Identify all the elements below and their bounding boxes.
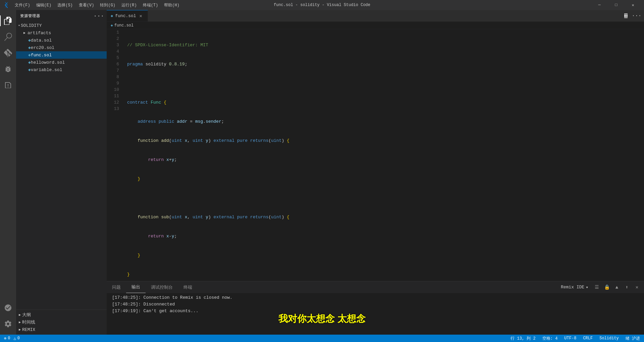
title-bar-left: 文件(F) 编辑(E) 选择(S) 查看(V) 转到(G) 运行(R) 终端(T… bbox=[3, 2, 182, 9]
panel-tab-problems[interactable]: 问题 bbox=[107, 281, 126, 293]
status-line-ending[interactable]: CRLF bbox=[582, 336, 594, 341]
minimize-button[interactable]: ─ bbox=[592, 0, 607, 10]
window-controls: ─ □ ✕ bbox=[592, 0, 641, 10]
menu-goto[interactable]: 转到(G) bbox=[97, 2, 118, 9]
tab-funcsol[interactable]: ◆ func.sol ✕ bbox=[107, 10, 148, 21]
artifacts-arrow-icon: ▶ bbox=[23, 31, 25, 35]
sidebar-outline[interactable]: ▶ 大纲 bbox=[16, 311, 107, 319]
breadcrumb-item[interactable]: func.sol bbox=[114, 23, 134, 28]
maximize-button[interactable]: □ bbox=[608, 0, 624, 10]
panel-up-btn[interactable]: ▲ bbox=[612, 283, 621, 292]
menu-edit[interactable]: 编辑(E) bbox=[34, 2, 54, 9]
title-bar: 文件(F) 编辑(E) 选择(S) 查看(V) 转到(G) 运行(R) 终端(T… bbox=[0, 0, 644, 10]
status-bar: ⊗ 0 △ 0 行 13, 列 2 空格: 4 UTF-8 CRLF Solid… bbox=[0, 335, 644, 342]
activity-extensions[interactable] bbox=[0, 77, 16, 93]
panel-maximize-btn[interactable]: ⬆ bbox=[623, 283, 631, 292]
sidebar-item-artifacts[interactable]: ▶ artifacts bbox=[16, 29, 107, 37]
breadcrumb-icon: ◆ bbox=[111, 23, 113, 27]
status-errors[interactable]: ⊗ 0 △ 0 bbox=[3, 336, 21, 341]
folder-arrow-icon: ▾ bbox=[18, 23, 20, 27]
sidebar-item-variablesol[interactable]: ◆ variable.sol bbox=[16, 66, 107, 73]
status-bar-left: ⊗ 0 △ 0 bbox=[3, 336, 21, 341]
status-indent[interactable]: 空格: 4 bbox=[541, 336, 559, 341]
error-icon: ⊗ bbox=[4, 336, 6, 341]
panel-close-btn[interactable]: ✕ bbox=[633, 283, 641, 292]
code-line-10: function sub(uint x, uint y) external pu… bbox=[127, 214, 644, 220]
more-actions-btn[interactable]: ··· bbox=[632, 11, 641, 20]
split-editor-btn[interactable] bbox=[621, 11, 631, 20]
bottom-panel: 问题 输出 调试控制台 终端 Remix IDE ▾ ☰ 🔒 ▲ ⬆ ✕ [1 bbox=[107, 281, 644, 335]
tab-actions: ··· bbox=[621, 10, 644, 21]
remix-label: REMIX bbox=[22, 327, 35, 332]
activity-debug[interactable] bbox=[0, 61, 16, 77]
code-line-1: // SPDX-License-Identifier: MIT bbox=[127, 42, 644, 48]
sidebar-item-funcsol[interactable]: ◆ func.sol bbox=[16, 51, 107, 59]
panel-output-content: [17:48:25]: Connection to Remix is close… bbox=[107, 293, 644, 335]
panel-dropdown-label: Remix IDE bbox=[561, 285, 584, 290]
sidebar-more-btn[interactable]: ··· bbox=[95, 12, 103, 20]
panel-dropdown: Remix IDE ▾ bbox=[558, 285, 591, 290]
menu-run[interactable]: 运行(R) bbox=[119, 2, 140, 9]
menu-selection[interactable]: 选择(S) bbox=[55, 2, 75, 9]
tab-close-btn[interactable]: ✕ bbox=[138, 13, 144, 19]
code-editor[interactable]: 1 2 3 4 5 6 7 8 9 10 11 12 13 // SPDX-Li… bbox=[107, 29, 644, 281]
file-explorer: ▾ SOLIDITY ▶ artifacts ◆ data.sol ◆ erc2… bbox=[16, 22, 107, 309]
menu-help[interactable]: 帮助(H) bbox=[161, 2, 182, 9]
panel-tab-terminal[interactable]: 终端 bbox=[178, 281, 198, 293]
tab-bar: ◆ func.sol ✕ ··· bbox=[107, 10, 644, 22]
panel-list-btn[interactable]: ☰ bbox=[592, 283, 601, 292]
erc20sol-label: erc20.sol bbox=[31, 45, 54, 50]
folder-name: SOLIDITY bbox=[21, 23, 42, 28]
artifacts-label: artifacts bbox=[28, 31, 51, 36]
panel-tabs: 问题 输出 调试控制台 终端 Remix IDE ▾ ☰ 🔒 ▲ ⬆ ✕ bbox=[107, 281, 644, 293]
outline-arrow-icon: ▶ bbox=[19, 313, 21, 317]
code-line-12: } bbox=[127, 252, 644, 259]
code-line-2: pragma solidity 0.8.19; bbox=[127, 61, 644, 67]
sidebar-header: 资源管理器 ··· bbox=[16, 10, 107, 22]
panel-dropdown-arrow-icon[interactable]: ▾ bbox=[586, 285, 588, 290]
sidebar-bottom: ▶ 大纲 ▶ 时间线 ▶ REMIX bbox=[16, 309, 107, 335]
code-line-3 bbox=[127, 80, 644, 87]
code-line-8: } bbox=[127, 176, 644, 182]
panel-lock-btn[interactable]: 🔒 bbox=[602, 283, 611, 292]
menu-file[interactable]: 文件(F) bbox=[12, 2, 33, 9]
panel-tab-output[interactable]: 输出 bbox=[126, 281, 146, 293]
status-language[interactable]: Solidity bbox=[598, 336, 620, 341]
code-line-9 bbox=[127, 195, 644, 201]
code-line-13: } bbox=[127, 271, 644, 278]
activity-explorer[interactable] bbox=[0, 13, 16, 29]
sidebar-title: 资源管理器 bbox=[20, 13, 40, 18]
panel-tab-debug[interactable]: 调试控制台 bbox=[146, 281, 178, 293]
sidebar-item-hellowordsol[interactable]: ◆ helloword.sol bbox=[16, 59, 107, 66]
activity-search[interactable] bbox=[0, 29, 16, 45]
status-encoding[interactable]: UTF-8 bbox=[563, 336, 578, 341]
code-lines: // SPDX-License-Identifier: MIT pragma s… bbox=[122, 29, 644, 281]
sidebar-header-actions: ··· bbox=[95, 12, 103, 20]
code-content: 1 2 3 4 5 6 7 8 9 10 11 12 13 // SPDX-Li… bbox=[107, 29, 644, 281]
close-button[interactable]: ✕ bbox=[625, 0, 641, 10]
code-line-6: function add(uint x, uint y) external pu… bbox=[127, 137, 644, 144]
activity-git[interactable] bbox=[0, 45, 16, 61]
timeline-arrow-icon: ▶ bbox=[19, 320, 21, 324]
breadcrumb: ◆ func.sol bbox=[107, 22, 644, 29]
sidebar-item-datasol[interactable]: ◆ data.sol bbox=[16, 37, 107, 44]
menu-terminal[interactable]: 终端(T) bbox=[140, 2, 161, 9]
menu-bar: 文件(F) 编辑(E) 选择(S) 查看(V) 转到(G) 运行(R) 终端(T… bbox=[12, 2, 182, 9]
status-extra: 绪 沪进 bbox=[624, 336, 641, 341]
status-bar-right: 行 13, 列 2 空格: 4 UTF-8 CRLF Solidity 绪 沪进 bbox=[509, 336, 641, 341]
sidebar-remix[interactable]: ▶ REMIX bbox=[16, 326, 107, 333]
warning-icon: △ bbox=[13, 336, 16, 341]
sidebar-timeline[interactable]: ▶ 时间线 bbox=[16, 319, 107, 326]
activity-settings[interactable] bbox=[0, 316, 16, 332]
hellowordsol-label: helloword.sol bbox=[31, 60, 65, 65]
editor-area: ◆ func.sol ✕ ··· ◆ func.sol 1 bbox=[107, 10, 644, 335]
tab-file-icon: ◆ bbox=[111, 13, 113, 18]
sidebar-item-erc20sol[interactable]: ◆ erc20.sol bbox=[16, 44, 107, 51]
status-cursor[interactable]: 行 13, 列 2 bbox=[509, 336, 537, 341]
datasol-label: data.sol bbox=[31, 38, 52, 43]
panel-tab-actions: Remix IDE ▾ ☰ 🔒 ▲ ⬆ ✕ bbox=[558, 281, 644, 293]
explorer-root[interactable]: ▾ SOLIDITY bbox=[16, 22, 107, 29]
activity-remote[interactable] bbox=[0, 300, 16, 316]
menu-view[interactable]: 查看(V) bbox=[76, 2, 97, 9]
funcsol-label: func.sol bbox=[31, 53, 52, 58]
